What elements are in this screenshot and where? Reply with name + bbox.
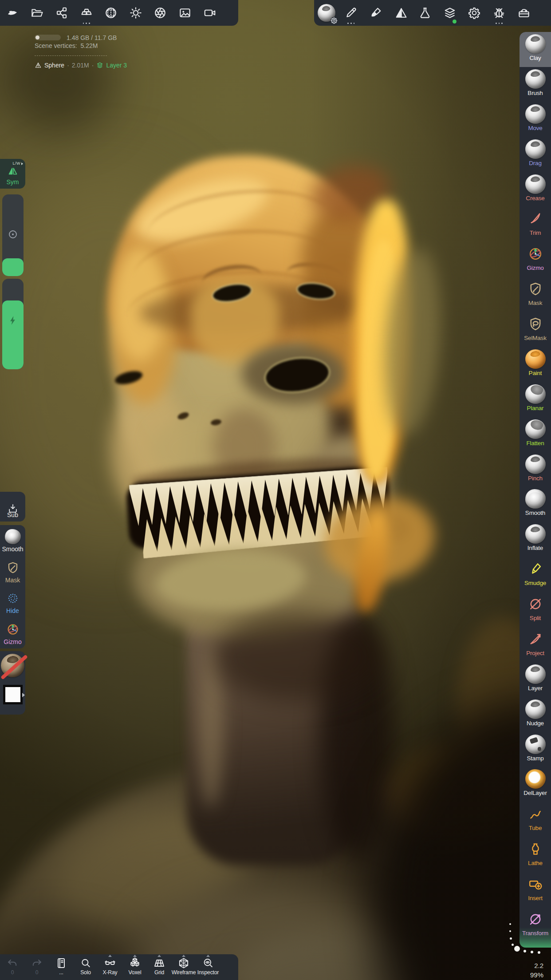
toolbar-material-sphere-button[interactable] [314, 0, 339, 26]
toolbar-stroke-pencil-button[interactable] [339, 0, 364, 26]
toolbox-icon [517, 6, 531, 20]
bottom-solo-button[interactable]: Solo [74, 954, 98, 980]
layers-pyramid-icon [80, 6, 93, 20]
toolbar-app-logo-button[interactable] [0, 0, 25, 26]
swipe-caret-icon [157, 955, 161, 957]
tool-crease[interactable]: Crease [520, 172, 551, 207]
toolbar-flask-experimental-button[interactable] [413, 0, 437, 26]
hide-quick-icon [6, 592, 20, 605]
tool-smudge[interactable]: Smudge [520, 557, 551, 592]
scene-vertices-value: 5.22M [81, 42, 98, 49]
bottom-redo-button[interactable]: 0 [24, 954, 49, 980]
tool-label-mask: Mask [520, 300, 551, 306]
tool-insert[interactable]: Insert [520, 872, 551, 907]
tool-layer[interactable]: Layer [520, 662, 551, 697]
smooth-quick-icon [5, 529, 21, 544]
quick-tool-smooth[interactable]: Smooth [0, 525, 25, 556]
toolbar-dotted-sphere-button[interactable] [98, 0, 123, 26]
quick-tool-hide[interactable]: Hide [0, 587, 25, 617]
subdivide-button[interactable]: Sub [0, 492, 25, 522]
matcap-sphere[interactable] [1, 654, 24, 677]
toolbar-symmetry-mirror-button[interactable] [388, 0, 413, 26]
tool-label-inflate: Inflate [520, 545, 551, 551]
color-swatch[interactable] [3, 685, 23, 704]
tool-tube[interactable]: Tube [520, 802, 551, 837]
stroke-pencil-icon [344, 6, 358, 20]
tool-brush[interactable]: Brush [520, 67, 551, 102]
tool-paint[interactable]: Paint [520, 347, 551, 382]
toolbar-scene-graph-button[interactable] [49, 0, 74, 26]
crease-tool-icon [525, 174, 546, 194]
quick-tool-gizmo[interactable]: Gizmo [0, 618, 25, 648]
pinch-tool-icon [525, 454, 546, 474]
tool-clay[interactable]: Clay [520, 32, 551, 67]
toolbar-layers-pyramid-button[interactable] [74, 0, 99, 26]
bottom-xray-button[interactable]: X-Ray [98, 954, 122, 980]
subdivide-label: Sub [0, 511, 25, 518]
bottom-voxel-button[interactable]: Voxel [122, 954, 147, 980]
tool-drag[interactable]: Drag [520, 137, 551, 172]
toolbar-sun-light-button[interactable] [123, 0, 148, 26]
split-tool-icon [528, 597, 543, 612]
toolbar-paintbrush-button[interactable] [363, 0, 388, 26]
tool-sidebar: ClayBrushMoveDragCreaseTrimGizmoMaskSelM… [520, 32, 551, 948]
tool-dellayer[interactable]: DelLayer [520, 767, 551, 802]
toolbar-image-export-button[interactable] [173, 0, 197, 26]
tool-inflate[interactable]: Inflate [520, 522, 551, 557]
symmetry-button[interactable]: L/W Sym [0, 159, 25, 189]
tool-selmask[interactable]: SelMask [520, 312, 551, 347]
more-dots [83, 23, 90, 24]
bottom-undo-button[interactable]: 0 [0, 954, 24, 980]
inspector-icon [202, 957, 214, 969]
tool-flatten[interactable]: Flatten [520, 417, 551, 452]
toolbar-folder-files-button[interactable] [25, 0, 50, 26]
bottom-history-button[interactable]: ... [49, 954, 73, 980]
debug-bug-icon [492, 6, 506, 20]
tool-trim[interactable]: Trim [520, 207, 551, 242]
quick-tool-mask[interactable]: Mask [0, 556, 25, 587]
bottom-inspector-button[interactable]: Inspector [196, 954, 220, 980]
toolbar-settings-gear-button[interactable] [462, 0, 487, 26]
dellayer-tool-icon [525, 769, 546, 789]
tool-gizmo[interactable]: Gizmo [520, 242, 551, 277]
tool-label-transform: Transform [520, 930, 551, 937]
swipe-caret-icon [182, 955, 185, 957]
tool-transform[interactable]: Transform [520, 907, 551, 942]
swipe-caret-icon [108, 955, 112, 957]
bottom-grid-button[interactable]: Grid [147, 954, 171, 980]
tool-nudge[interactable]: Nudge [520, 697, 551, 732]
radius-slider[interactable] [2, 194, 24, 276]
bottom-wireframe-button[interactable]: Wireframe [171, 954, 196, 980]
tool-planar[interactable]: Planar [520, 382, 551, 417]
more-dots [347, 23, 354, 24]
tool-lathe[interactable]: Lathe [520, 837, 551, 872]
tool-project[interactable]: Project [520, 627, 551, 662]
tool-pinch[interactable]: Pinch [520, 452, 551, 487]
tool-label-smooth: Smooth [520, 510, 551, 516]
tool-label-dellayer: DelLayer [520, 790, 551, 796]
bottom-toolbar: 00...SoloX-RayVoxelGridWireframeInspecto… [0, 954, 238, 980]
material-panel [0, 651, 25, 715]
stats-separator [35, 55, 107, 56]
tool-stamp[interactable]: Stamp [520, 732, 551, 767]
gizmo-tool-icon [528, 246, 543, 261]
tool-split[interactable]: Split [520, 592, 551, 627]
redo-icon [31, 957, 43, 969]
toolbar-aperture-postprocess-button[interactable] [148, 0, 173, 26]
selmask-tool-icon [528, 316, 543, 332]
bottom-label-inspector: Inspector [197, 969, 219, 976]
tool-move[interactable]: Move [520, 102, 551, 137]
top-left-toolbar [0, 0, 238, 26]
toolbar-debug-bug-button[interactable] [487, 0, 512, 26]
battery-level: 99% [530, 970, 543, 980]
toolbar-layers-stack-button[interactable] [437, 0, 462, 26]
object-name: Sphere [44, 62, 64, 69]
toolbar-video-camera-button[interactable] [197, 0, 222, 26]
toolbar-toolbox-button[interactable] [512, 0, 536, 26]
tool-mask[interactable]: Mask [520, 277, 551, 312]
xray-icon [104, 957, 116, 969]
sculpt-viewport[interactable] [0, 0, 551, 980]
strength-slider[interactable] [2, 279, 24, 369]
tool-smooth[interactable]: Smooth [520, 487, 551, 522]
dotted-sphere-icon [104, 6, 118, 20]
